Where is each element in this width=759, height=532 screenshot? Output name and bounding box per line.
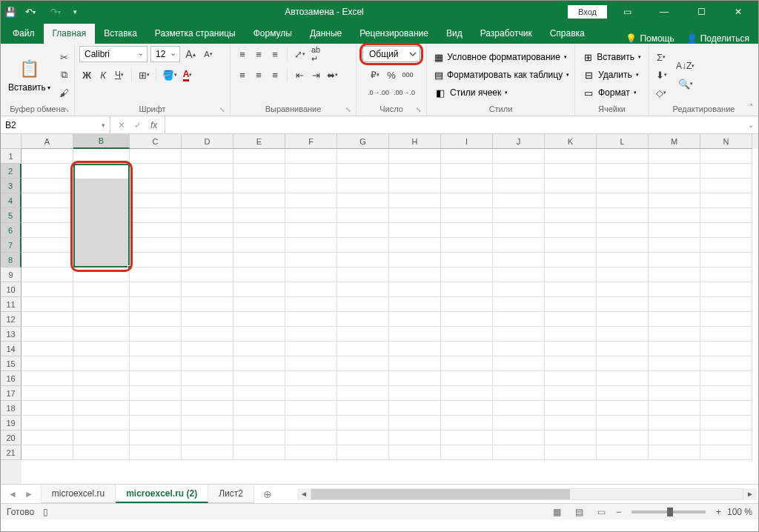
cell[interactable] [73,149,130,164]
cell[interactable] [597,445,649,460]
undo-button[interactable]: ↶▾ [19,2,42,21]
cell[interactable] [700,416,752,430]
cell[interactable] [285,267,337,282]
cell[interactable] [493,149,545,164]
cell[interactable] [493,208,545,223]
cell[interactable] [337,386,389,401]
cell[interactable] [182,416,233,430]
cell[interactable] [233,164,285,179]
cell[interactable] [21,164,73,179]
cell[interactable] [493,238,545,253]
cell[interactable] [233,430,285,445]
delete-cells-button[interactable]: ⊟Удалить▾ [580,67,644,83]
wrap-text-icon[interactable]: ab↵ [308,46,323,62]
cell[interactable] [21,386,73,401]
collapse-ribbon-icon[interactable]: ˄ [749,103,754,113]
cell[interactable] [73,356,130,371]
view-page-break-icon[interactable]: ▭ [594,505,610,519]
row-header[interactable]: 5 [1,208,21,223]
dialog-launcher-icon[interactable]: ⤡ [345,106,353,113]
align-left-icon[interactable]: ≡ [235,67,250,83]
cell[interactable] [73,327,130,342]
cell[interactable] [493,312,545,327]
cell[interactable] [649,193,700,208]
tab-formulas[interactable]: Формулы [245,24,301,44]
cell[interactable] [441,164,493,179]
cell[interactable] [493,371,545,386]
cell[interactable] [233,312,285,327]
cell[interactable] [21,327,73,342]
format-painter-icon[interactable]: 🖌 [56,84,73,101]
row-header[interactable]: 19 [1,416,21,430]
cell[interactable] [130,149,182,164]
align-bottom-icon[interactable]: ≡ [268,46,282,62]
clear-icon[interactable]: ◇▾ [654,84,669,101]
row-header[interactable]: 15 [1,356,21,371]
accounting-icon[interactable]: ₽▾ [368,67,382,83]
cell[interactable] [21,371,73,386]
cell[interactable] [389,386,441,401]
cell[interactable] [597,179,649,193]
cell[interactable] [233,238,285,253]
cell[interactable] [285,327,337,342]
cell[interactable] [597,149,649,164]
cells-area[interactable] [21,149,758,484]
enter-icon[interactable]: ✓ [134,120,142,130]
decrease-decimal-icon[interactable]: .00→.0 [392,84,417,101]
col-header[interactable]: H [389,134,441,149]
cell[interactable] [493,193,545,208]
cell[interactable] [649,267,700,282]
cell[interactable] [493,253,545,267]
cell[interactable] [493,430,545,445]
cell[interactable] [441,430,493,445]
cell[interactable] [441,253,493,267]
cell[interactable] [493,342,545,356]
cell[interactable] [337,401,389,416]
col-header[interactable]: L [597,134,649,149]
cell[interactable] [441,223,493,238]
cell[interactable] [285,149,337,164]
align-top-icon[interactable]: ≡ [235,46,250,62]
cell[interactable] [130,238,182,253]
cell[interactable] [337,297,389,312]
cell[interactable] [285,297,337,312]
cell[interactable] [21,356,73,371]
new-sheet-icon[interactable]: ⊕ [254,485,281,503]
cell[interactable] [493,179,545,193]
cell[interactable] [337,149,389,164]
align-right-icon[interactable]: ≡ [268,67,282,83]
cell[interactable] [21,401,73,416]
cell[interactable] [649,342,700,356]
cell[interactable] [389,282,441,297]
row-header[interactable]: 8 [1,253,21,267]
col-header[interactable]: G [337,134,389,149]
merge-icon[interactable]: ⬌▾ [325,67,339,83]
cell[interactable] [182,342,233,356]
cell[interactable] [649,386,700,401]
cell[interactable] [130,312,182,327]
cell[interactable] [700,282,752,297]
cell[interactable] [73,267,130,282]
cell[interactable] [233,327,285,342]
cell[interactable] [597,371,649,386]
cell[interactable] [493,401,545,416]
cell[interactable] [21,149,73,164]
redo-button[interactable]: ↷▾ [44,2,67,21]
cell[interactable] [130,356,182,371]
cell[interactable] [597,297,649,312]
cell[interactable] [182,386,233,401]
cell[interactable] [545,327,597,342]
cell[interactable] [285,312,337,327]
cell[interactable] [597,267,649,282]
zoom-out-icon[interactable]: − [616,507,621,517]
cell[interactable] [233,445,285,460]
cell[interactable] [337,282,389,297]
cell[interactable] [130,193,182,208]
row-header[interactable]: 17 [1,386,21,401]
cell[interactable] [285,356,337,371]
cell-styles-button[interactable]: ◧Стили ячеек▾ [431,84,570,101]
cell[interactable] [597,282,649,297]
cell[interactable] [597,430,649,445]
cell[interactable] [182,238,233,253]
cell[interactable] [182,282,233,297]
